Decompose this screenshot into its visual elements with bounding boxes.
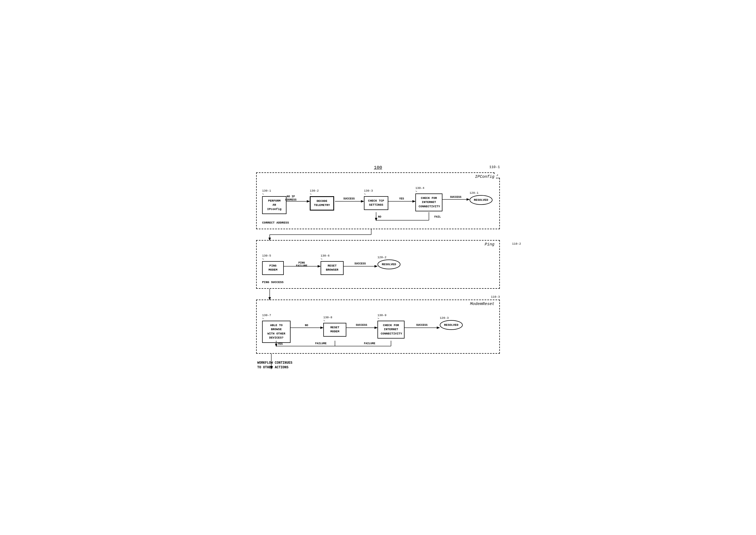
ref-110-2: 110-2 bbox=[512, 242, 521, 245]
diagram-container: 100 110-1 ↗ IPConfig 130-1⤷ PERFORMAN IP… bbox=[256, 165, 500, 370]
svg-text:SUCCESS: SUCCESS bbox=[343, 197, 355, 200]
svg-text:NO IP: NO IP bbox=[287, 195, 295, 198]
svg-text:YES: YES bbox=[278, 343, 283, 346]
svg-text:SUCCESS: SUCCESS bbox=[355, 262, 366, 265]
bottom-arrow bbox=[256, 354, 500, 370]
svg-text:ADDRESS: ADDRESS bbox=[285, 198, 297, 201]
section-label-modemreset: ModemReset bbox=[469, 302, 496, 306]
svg-text:FAIL: FAIL bbox=[434, 215, 441, 218]
svg-text:PING: PING bbox=[298, 262, 305, 265]
svg-text:SUCCESS: SUCCESS bbox=[356, 324, 367, 326]
section-modemreset: ModemReset 110-3 130-7⤷ ABLE TO BROWSEWI… bbox=[256, 299, 500, 354]
section-ipconfig: ↗ IPConfig 130-1⤷ PERFORMAN IPconfig 130… bbox=[256, 172, 500, 229]
row2-arrows: PING FAILURE SUCCESS bbox=[261, 249, 495, 284]
section-label-ipconfig: IPConfig bbox=[474, 175, 496, 179]
section-ping: Ping 110-2 130-5⤷ PINGMODEM 130-6⤷ RESET… bbox=[256, 240, 500, 289]
svg-text:SUCCESS: SUCCESS bbox=[416, 324, 427, 326]
ref-110-1: 110-1 bbox=[489, 165, 500, 169]
ref-110-3: 110-3 bbox=[491, 295, 500, 298]
diagram-title: 100 bbox=[374, 165, 382, 170]
svg-text:FAILURE: FAILURE bbox=[364, 342, 375, 345]
section-label-ping: Ping bbox=[483, 242, 496, 247]
svg-text:FAILURE: FAILURE bbox=[296, 265, 307, 268]
svg-text:FAILURE: FAILURE bbox=[315, 342, 327, 345]
row3-arrows: NO SUCCESS SUCCESS YES FAILURE FAILURE bbox=[261, 308, 495, 349]
svg-text:NO: NO bbox=[378, 215, 381, 218]
inter-row2-row3-arrow bbox=[256, 289, 500, 299]
svg-text:NO: NO bbox=[305, 324, 308, 327]
svg-text:YES: YES bbox=[399, 197, 404, 200]
inter-row1-row2-arrow bbox=[256, 229, 500, 240]
row1-arrows: NO IP ADDRESS SUCCESS YES SUCCESS NO FAI… bbox=[261, 181, 495, 224]
label-ping-success: PING SUCCESS bbox=[262, 281, 283, 284]
svg-text:SUCCESS: SUCCESS bbox=[450, 196, 461, 199]
label-correct-address: CORRECT ADDRESS bbox=[262, 221, 289, 224]
bottom-text: WORKFLOW CONTINUESTO OTHER ACTIONS bbox=[257, 361, 292, 370]
